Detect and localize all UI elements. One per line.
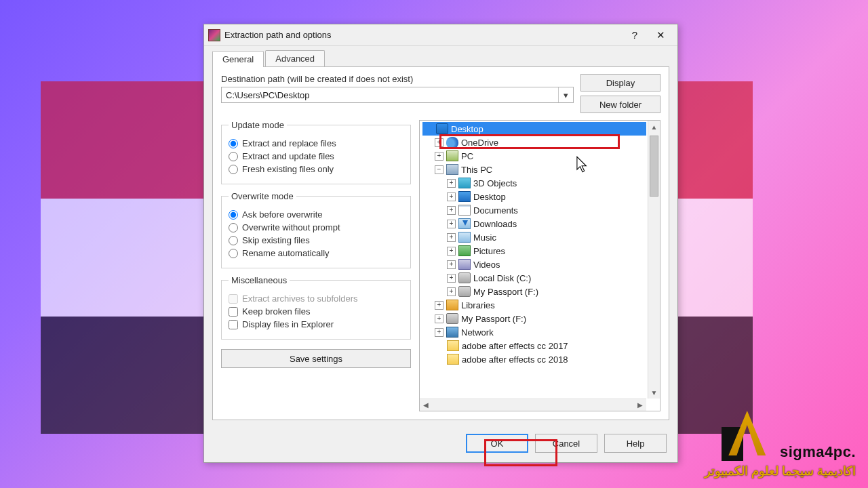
expand-icon[interactable]: + xyxy=(435,328,443,337)
3dobjects-icon xyxy=(458,178,471,188)
miscellaneous-legend: Miscellaneous xyxy=(229,275,290,285)
radio-rename-auto[interactable]: Rename automatically xyxy=(229,248,403,258)
network-icon xyxy=(446,327,458,338)
tree-node-documents[interactable]: +Documents xyxy=(422,203,646,217)
tree-node-pc-user[interactable]: +PC xyxy=(422,149,646,163)
winrar-icon xyxy=(208,29,220,41)
documents-icon xyxy=(458,205,471,216)
expand-icon[interactable]: + xyxy=(447,192,456,201)
tree-node-libraries[interactable]: +Libraries xyxy=(422,298,646,312)
display-button[interactable]: Display xyxy=(580,74,660,92)
ok-button[interactable]: OK xyxy=(466,434,528,453)
tree-node-pictures[interactable]: +Pictures xyxy=(422,244,646,258)
scroll-left-icon[interactable]: ◀ xyxy=(420,399,432,411)
scroll-down-icon[interactable]: ▼ xyxy=(648,386,660,399)
dest-label: Destination path (will be created if doe… xyxy=(221,74,574,84)
disk-icon xyxy=(458,272,471,283)
disk-icon xyxy=(458,286,471,297)
downloads-icon xyxy=(458,218,471,229)
cloud-icon xyxy=(446,137,458,148)
radio-overwrite-noprompt[interactable]: Overwrite without prompt xyxy=(229,222,403,232)
scroll-right-icon[interactable]: ▶ xyxy=(634,399,646,411)
folder-icon xyxy=(447,354,459,365)
tree-node-videos[interactable]: +Videos xyxy=(422,258,646,271)
radio-extract-update[interactable]: Extract and update files xyxy=(229,151,403,161)
chevron-down-icon[interactable]: ▾ xyxy=(558,87,573,102)
overwrite-mode-group: Overwrite mode Ask before overwrite Over… xyxy=(221,191,411,268)
check-extract-subfolders: Extract archives to subfolders xyxy=(229,293,403,304)
expand-icon[interactable]: + xyxy=(447,179,456,188)
tab-general[interactable]: General xyxy=(212,51,264,67)
miscellaneous-group: Miscellaneous Extract archives to subfol… xyxy=(221,275,411,340)
window-title: Extraction path and options xyxy=(224,30,622,40)
help-dialog-button[interactable]: Help xyxy=(604,434,667,453)
tree-node-desktop[interactable]: +Desktop xyxy=(422,190,646,203)
tree-node-my-passport-internal[interactable]: +My Passport (F:) xyxy=(422,285,646,298)
expand-icon[interactable]: + xyxy=(447,287,456,296)
expand-icon[interactable]: + xyxy=(447,220,456,228)
user-icon xyxy=(446,150,458,161)
expand-icon[interactable]: + xyxy=(435,314,443,323)
watermark-subtitle: اكاديمية سيجما لعلوم الكمبيوتر xyxy=(705,464,856,479)
music-icon xyxy=(458,232,471,243)
check-keep-broken[interactable]: Keep broken files xyxy=(229,306,403,317)
check-display-explorer[interactable]: Display files in Explorer xyxy=(229,319,403,329)
watermark: sigma4pc. اكاديمية سيجما لعلوم الكمبيوتر xyxy=(705,408,856,479)
scroll-thumb[interactable] xyxy=(650,136,658,197)
radio-ask-before[interactable]: Ask before overwrite xyxy=(229,209,403,220)
tree-node-local-disk-c[interactable]: +Local Disk (C:) xyxy=(422,271,646,285)
tree-node-desktop-root[interactable]: Desktop xyxy=(422,122,646,136)
tree-node-folder-ae2017[interactable]: adobe after effects cc 2017 xyxy=(422,339,646,352)
tab-advanced[interactable]: Advanced xyxy=(265,50,325,66)
expand-icon[interactable]: + xyxy=(435,152,443,161)
update-mode-legend: Update mode xyxy=(229,120,287,130)
help-button[interactable]: ? xyxy=(622,26,648,44)
expand-icon[interactable]: + xyxy=(447,274,456,283)
titlebar[interactable]: Extraction path and options ? ✕ xyxy=(204,24,677,46)
libraries-icon xyxy=(446,300,458,310)
tree-node-folder-ae2018[interactable]: adobe after effects cc 2018 xyxy=(422,352,646,366)
radio-skip-existing[interactable]: Skip existing files xyxy=(229,235,403,245)
expand-icon[interactable]: + xyxy=(435,138,443,147)
horizontal-scrollbar[interactable]: ◀ ▶ xyxy=(420,399,646,411)
close-button[interactable]: ✕ xyxy=(648,26,673,44)
expand-icon[interactable]: + xyxy=(435,301,443,310)
radio-extract-replace[interactable]: Extract and replace files xyxy=(229,138,403,148)
radio-fresh-only[interactable]: Fresh existing files only xyxy=(229,164,403,174)
folder-tree[interactable]: Desktop +OneDrive +PC −This PC +3D Objec… xyxy=(419,120,660,411)
expand-icon[interactable]: + xyxy=(447,247,456,256)
computer-icon xyxy=(446,164,458,175)
videos-icon xyxy=(458,259,471,270)
tree-node-downloads[interactable]: +Downloads xyxy=(422,217,646,230)
destination-path-input[interactable] xyxy=(222,87,558,102)
save-settings-button[interactable]: Save settings xyxy=(221,349,411,368)
expand-icon[interactable]: + xyxy=(447,260,456,269)
tree-node-this-pc[interactable]: −This PC xyxy=(422,163,646,176)
scroll-up-icon[interactable]: ▲ xyxy=(648,121,660,133)
vertical-scrollbar[interactable]: ▲ ▼ xyxy=(648,121,660,399)
collapse-icon[interactable]: − xyxy=(435,165,443,174)
sigma-logo-icon xyxy=(722,408,774,461)
folder-icon xyxy=(447,340,459,351)
tree-node-my-passport[interactable]: +My Passport (F:) xyxy=(422,312,646,325)
watermark-brand: sigma4pc. xyxy=(780,443,856,461)
expand-icon[interactable]: + xyxy=(447,206,456,215)
update-mode-group: Update mode Extract and replace files Ex… xyxy=(221,120,411,184)
new-folder-button[interactable]: New folder xyxy=(580,96,660,113)
tree-node-3dobjects[interactable]: +3D Objects xyxy=(422,176,646,190)
desktop-icon xyxy=(436,123,448,134)
tree-node-onedrive[interactable]: +OneDrive xyxy=(422,136,646,149)
folder-tree-inner[interactable]: Desktop +OneDrive +PC −This PC +3D Objec… xyxy=(420,121,646,399)
tree-node-network[interactable]: +Network xyxy=(422,325,646,339)
tree-node-music[interactable]: +Music xyxy=(422,230,646,244)
tabs: General Advanced xyxy=(204,46,677,66)
extraction-dialog: Extraction path and options ? ✕ General … xyxy=(203,24,678,463)
disk-icon xyxy=(446,313,458,324)
cancel-button[interactable]: Cancel xyxy=(535,434,597,453)
overwrite-mode-legend: Overwrite mode xyxy=(229,191,296,201)
expand-icon[interactable]: + xyxy=(447,233,456,242)
pictures-icon xyxy=(458,245,471,256)
tab-body-general: Destination path (will be created if doe… xyxy=(212,66,669,420)
dialog-buttons: OK Cancel Help xyxy=(204,427,677,462)
destination-path-combo[interactable]: ▾ xyxy=(221,87,574,103)
